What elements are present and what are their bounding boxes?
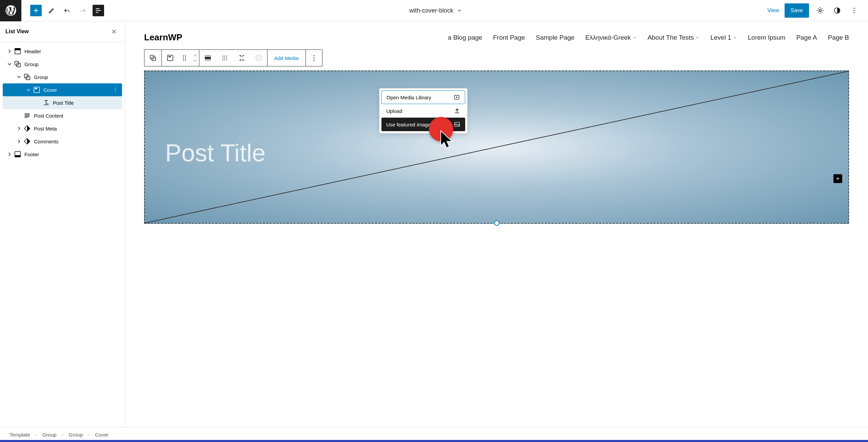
full-height-icon	[238, 54, 245, 62]
wordpress-logo-button[interactable]	[0, 0, 21, 21]
svg-point-29	[185, 60, 186, 61]
clear-media-button[interactable]	[250, 50, 267, 66]
editor-canvas[interactable]: LearnWP a Blog pageFront PageSample Page…	[125, 21, 868, 427]
nav-item[interactable]: Lorem Ipsum	[748, 34, 786, 41]
chevron-up-icon	[193, 54, 197, 57]
tree-item-cover[interactable]: Cover	[3, 83, 122, 96]
nav-item[interactable]: a Blog page	[448, 34, 482, 41]
content-icon	[23, 112, 31, 120]
post-title-placeholder[interactable]: Post Title	[165, 139, 265, 167]
chevron-icon	[5, 47, 14, 55]
block-parent-button[interactable]	[144, 50, 161, 66]
styles-button[interactable]	[831, 5, 843, 16]
tree-item-group[interactable]: Group	[3, 58, 122, 71]
nav-item[interactable]: Ελληνικά-Greek	[585, 34, 636, 41]
sidebar-title: List View	[5, 28, 29, 35]
block-toolbar: Add Media	[144, 49, 849, 66]
popover-item-upload[interactable]: Upload	[381, 104, 465, 118]
breadcrumb-item[interactable]: Cover	[95, 432, 108, 438]
chevron-icon	[24, 86, 33, 94]
svg-point-16	[115, 91, 116, 92]
tree-item-post-title[interactable]: Post Title	[3, 96, 122, 109]
nav-item[interactable]: Page A	[796, 34, 817, 41]
tree-item-more[interactable]	[111, 86, 119, 94]
tree-item-label: Comments	[34, 139, 59, 144]
svg-rect-30	[205, 57, 211, 59]
bottom-bar	[0, 440, 868, 442]
tree-item-group[interactable]: Group	[3, 71, 122, 83]
nav-item[interactable]: Sample Page	[536, 34, 574, 41]
sidebar-header: List View	[0, 21, 125, 42]
add-block-button[interactable]	[30, 5, 42, 16]
nav-item[interactable]: About The Tests	[648, 34, 700, 41]
add-media-button[interactable]: Add Media	[268, 55, 305, 61]
svg-rect-13	[35, 88, 37, 89]
popover-item-open-media-library[interactable]: Open Media Library	[381, 91, 465, 104]
kebab-icon	[850, 7, 858, 14]
chevron-icon	[15, 73, 23, 81]
svg-rect-7	[15, 48, 21, 51]
topbar-right: View Save	[767, 3, 860, 18]
tree-item-label: Footer	[24, 152, 39, 157]
close-sidebar-button[interactable]	[108, 26, 119, 37]
resize-handle[interactable]	[494, 220, 499, 226]
document-title-label: with-cover-block	[409, 7, 453, 14]
tree-item-label: Post Content	[34, 113, 63, 119]
drag-handle[interactable]	[179, 50, 190, 66]
breadcrumb-item[interactable]: Group	[42, 432, 57, 438]
tools-button[interactable]	[46, 5, 57, 16]
group-icon	[14, 60, 22, 68]
full-height-button[interactable]	[233, 50, 250, 66]
tree-item-post-meta[interactable]: Post Meta	[3, 122, 122, 135]
tree-item-comments[interactable]: Comments	[3, 135, 122, 148]
document-title-area[interactable]: with-cover-block	[104, 7, 767, 14]
move-updown[interactable]	[190, 50, 199, 66]
tree-item-post-content[interactable]: Post Content	[3, 109, 122, 122]
svg-point-42	[313, 58, 314, 59]
redo-button[interactable]	[77, 5, 88, 16]
svg-point-4	[854, 10, 855, 11]
header-icon	[14, 47, 22, 55]
cover-block[interactable]: Post Title	[144, 71, 849, 224]
breadcrumb-item[interactable]: Group	[69, 432, 83, 438]
breadcrumb-separator	[61, 433, 65, 437]
chevron-down-icon	[695, 36, 699, 40]
svg-point-14	[115, 88, 116, 88]
view-link[interactable]: View	[767, 7, 779, 14]
nav-item[interactable]: Level 1	[710, 34, 737, 41]
plus-icon	[32, 7, 40, 14]
align-button[interactable]	[199, 50, 216, 66]
svg-point-15	[115, 89, 116, 90]
site-title[interactable]: LearnWP	[144, 32, 182, 43]
settings-button[interactable]	[814, 5, 826, 16]
add-media-popover: Open Media LibraryUploadUse featured ima…	[379, 88, 468, 134]
chevron-down-icon	[193, 59, 197, 62]
nav-item[interactable]: Front Page	[493, 34, 525, 41]
content-position-button[interactable]	[216, 50, 233, 66]
block-more-button[interactable]	[306, 50, 322, 66]
cover-icon	[166, 54, 174, 62]
list-view-toggle[interactable]	[93, 5, 104, 16]
svg-point-43	[313, 60, 314, 61]
svg-point-33	[226, 56, 227, 57]
svg-point-39	[226, 59, 227, 60]
add-block-inline-button[interactable]	[833, 174, 842, 183]
list-view-icon	[95, 7, 102, 14]
undo-button[interactable]	[61, 5, 73, 16]
media-icon	[453, 94, 460, 101]
tree-item-header[interactable]: Header	[3, 45, 122, 58]
block-type-button[interactable]	[162, 50, 179, 66]
breadcrumb-item[interactable]: Template	[9, 432, 30, 438]
svg-rect-22	[167, 55, 173, 61]
chevron-icon	[34, 99, 42, 107]
tree-item-footer[interactable]: Footer	[3, 148, 122, 161]
svg-rect-19	[15, 155, 21, 157]
tree-item-label: Group	[34, 74, 48, 80]
chevron-icon	[15, 124, 23, 133]
breadcrumb-separator	[87, 433, 91, 437]
group-icon	[149, 54, 157, 62]
save-button[interactable]: Save	[785, 3, 809, 18]
cover-icon	[33, 86, 41, 94]
more-options-button[interactable]	[848, 5, 860, 16]
nav-item[interactable]: Page B	[828, 34, 849, 41]
